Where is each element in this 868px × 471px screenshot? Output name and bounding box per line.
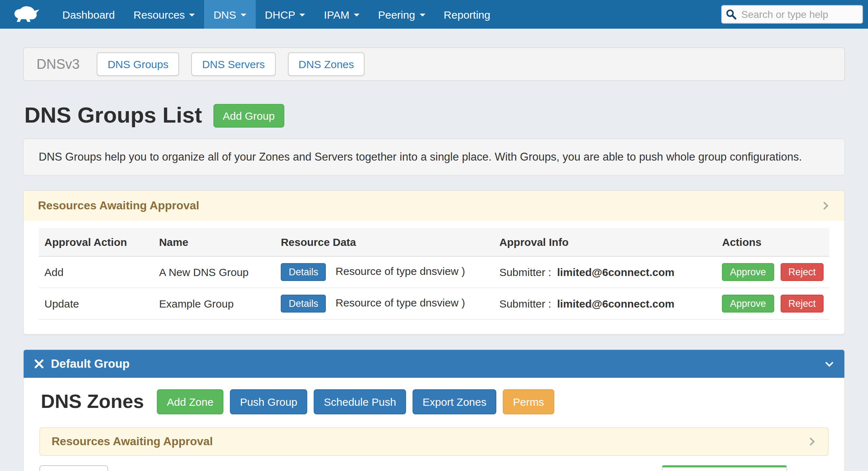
caret-down-icon — [419, 14, 425, 16]
approval-action-cell: Update — [39, 288, 153, 319]
nav-label: Resources — [134, 8, 185, 20]
chevron-down-icon — [825, 358, 834, 367]
chevron-right-icon — [807, 438, 815, 446]
page-description: DNS Groups help you to organize all of y… — [23, 138, 845, 176]
caret-down-icon — [241, 14, 246, 16]
dns-groups-button[interactable]: DNS Groups — [97, 52, 179, 76]
dnsv3-label: DNSv3 — [37, 56, 79, 72]
page-header: DNS Groups List Add Group — [23, 103, 845, 128]
table-row: Update Example Group Details Resource of… — [39, 288, 829, 319]
dns-zones-title: DNS Zones — [41, 391, 144, 413]
table-row: Add A New DNS Group Details Resource of … — [39, 256, 829, 288]
nav-item-reporting[interactable]: Reporting — [434, 0, 500, 29]
details-button[interactable]: Details — [281, 295, 326, 313]
actions-cell: Approve Reject — [716, 288, 829, 319]
nav-label: DHCP — [265, 8, 295, 20]
default-group-panel-body: DNS Zones Add Zone Push Group Schedule P… — [24, 378, 844, 471]
reject-button[interactable]: Reject — [780, 295, 824, 313]
page-title: DNS Groups List — [24, 103, 202, 128]
approve-button[interactable]: Approve — [722, 295, 774, 313]
search-input[interactable] — [721, 5, 863, 24]
approval-action-cell: Add — [39, 256, 153, 288]
nav-label: Reporting — [444, 8, 490, 20]
approvals-panel-header[interactable]: Resources Awaiting Approval — [24, 191, 844, 221]
approvals-panel: Resources Awaiting Approval Approval Act… — [23, 190, 845, 335]
nav-label: Peering — [378, 8, 415, 20]
default-group-panel-header[interactable]: Default Group — [24, 350, 844, 378]
submitter-label: Submitter : — [499, 298, 551, 310]
details-button[interactable]: Details — [281, 263, 326, 281]
search-icon — [725, 9, 737, 20]
approvals-panel-title: Resources Awaiting Approval — [38, 199, 199, 212]
resource-data-cell: Details Resource of type dnsview ) — [275, 288, 493, 319]
reject-button[interactable]: Reject — [780, 263, 824, 281]
navbar-search — [721, 5, 863, 24]
nav-item-dns[interactable]: DNS — [204, 0, 255, 29]
resource-data-text: Resource of type dnsview ) — [336, 265, 465, 277]
column-header-name: Name — [153, 228, 275, 256]
schedule-push-button[interactable]: Schedule Push — [314, 389, 406, 414]
nav-item-peering[interactable]: Peering — [369, 0, 434, 29]
app-root: Dashboard Resources DNS DHCP IPAM Peerin… — [0, 0, 868, 471]
nav-label: DNS — [213, 8, 236, 20]
caret-down-icon — [354, 14, 360, 16]
column-header-actions: Actions — [716, 228, 829, 256]
submitter-email: limited@6connect.com — [557, 266, 675, 278]
cutoff-content-row — [39, 465, 829, 471]
caret-down-icon — [189, 14, 195, 16]
nav-item-ipam[interactable]: IPAM — [315, 0, 369, 29]
resource-data-cell: Details Resource of type dnsview ) — [275, 256, 493, 288]
nav-item-dashboard[interactable]: Dashboard — [53, 0, 124, 29]
actions-cell: Approve Reject — [716, 256, 829, 288]
nav-label: IPAM — [324, 8, 349, 20]
dns-zones-button[interactable]: DNS Zones — [288, 52, 365, 76]
approval-info-cell: Submitter : limited@6connect.com — [493, 288, 716, 319]
push-group-button[interactable]: Push Group — [230, 389, 307, 414]
column-header-approval-action: Approval Action — [39, 228, 153, 256]
perms-button[interactable]: Perms — [503, 389, 554, 414]
submitter-label: Submitter : — [499, 266, 551, 278]
caret-down-icon — [300, 14, 305, 16]
approvals-panel-body: Approval Action Name Resource Data Appro… — [24, 221, 844, 334]
top-navbar: Dashboard Resources DNS DHCP IPAM Peerin… — [0, 0, 868, 29]
brand-logo[interactable] — [0, 0, 53, 29]
inner-approvals-panel-title: Resources Awaiting Approval — [52, 435, 213, 448]
close-icon[interactable] — [34, 359, 44, 368]
approve-button[interactable]: Approve — [722, 263, 774, 281]
approvals-table: Approval Action Name Resource Data Appro… — [39, 228, 829, 320]
default-group-title: Default Group — [51, 357, 130, 371]
dnsv3-subnav: DNSv3 DNS Groups DNS Servers DNS Zones — [23, 47, 845, 81]
name-cell: Example Group — [153, 288, 275, 319]
nav-item-resources[interactable]: Resources — [124, 0, 204, 29]
export-zones-button[interactable]: Export Zones — [413, 389, 496, 414]
dns-zones-toolbar: DNS Zones Add Zone Push Group Schedule P… — [39, 389, 829, 414]
nav-label: Dashboard — [62, 8, 115, 20]
column-header-resource-data: Resource Data — [275, 228, 493, 256]
add-group-button[interactable]: Add Group — [213, 104, 284, 127]
column-header-approval-info: Approval Info — [493, 228, 716, 256]
add-zone-button[interactable]: Add Zone — [157, 389, 223, 414]
table-header-row: Approval Action Name Resource Data Appro… — [39, 228, 829, 256]
inner-approvals-panel-header[interactable]: Resources Awaiting Approval — [39, 427, 829, 456]
rhino-logo-icon — [12, 5, 41, 24]
submitter-email: limited@6connect.com — [557, 298, 675, 310]
resource-data-text: Resource of type dnsview ) — [336, 296, 465, 309]
approval-info-cell: Submitter : limited@6connect.com — [493, 256, 716, 288]
nav-item-dhcp[interactable]: DHCP — [256, 0, 315, 29]
default-group-panel: Default Group DNS Zones Add Zone Push Gr… — [23, 349, 845, 471]
cutoff-control-left — [39, 465, 108, 471]
cutoff-control-right — [662, 465, 787, 471]
dns-servers-button[interactable]: DNS Servers — [191, 52, 275, 76]
name-cell: A New DNS Group — [153, 256, 275, 288]
chevron-right-icon — [820, 202, 829, 210]
